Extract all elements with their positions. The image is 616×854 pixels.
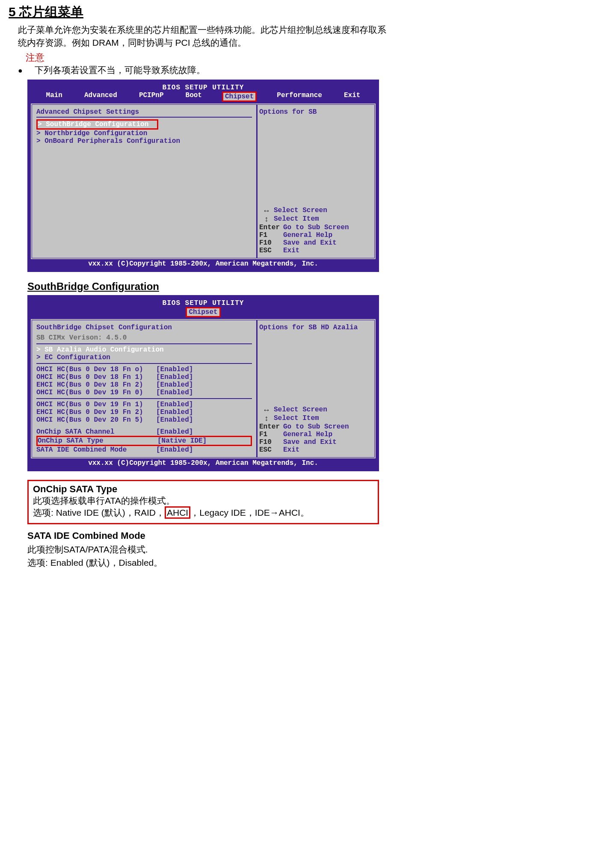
bios2-hc-5[interactable]: EHCI HC(Bus 0 Dev 19 Fn 2)[Enabled] (36, 408, 252, 416)
onchip-line2-pre: 选项: Native IDE (默认)，RAID， (33, 508, 165, 517)
bios2-tabs: Chipset (31, 307, 376, 319)
bios1-title: BIOS SETUP UTILITY (31, 83, 376, 92)
notice-label: 注意 (26, 51, 388, 64)
bios1-tab-pcipnp[interactable]: PCIPnP (137, 92, 166, 102)
combined-heading: SATA IDE Combined Mode (27, 529, 379, 543)
bios2-hc-3[interactable]: OHCI HC(Bus 0 Dev 19 Fn 0)[Enabled] (36, 389, 252, 396)
southbridge-subtitle: SouthBridge Configuration (27, 281, 388, 293)
bios2-help-3: General Help (283, 431, 332, 438)
onchip-heading: OnChip SATA Type (33, 484, 373, 495)
bios1-help-2: Go to Sub Screen (283, 224, 349, 231)
bios-screenshot-2: BIOS SETUP UTILITY Chipset SouthBridge C… (27, 295, 379, 471)
arrows-lr-icon: ↔ (259, 207, 274, 215)
bios2-item-ec[interactable]: > EC Configuration (36, 354, 252, 361)
bios1-tab-chipset[interactable]: Chipset (222, 92, 257, 102)
onchip-line2: 选项: Native IDE (默认)，RAID，AHCI，Legacy IDE… (33, 507, 373, 519)
bios1-help-block: ↔Select Screen ↕Select Item EnterGo to S… (259, 207, 373, 254)
bios1-tab-advanced[interactable]: Advanced (83, 92, 119, 102)
bios2-tab-chipset[interactable]: Chipset (186, 307, 220, 317)
bios2-hc-0[interactable]: OHCI HC(Bus 0 Dev 18 Fn o)[Enabled] (36, 366, 252, 373)
bios1-item-northbridge[interactable]: > Northbridge Configuration (36, 130, 252, 137)
bios2-help-0: Select Screen (274, 406, 327, 414)
bios2-item-azalia[interactable]: > SB Azalia Audio Configuration (36, 346, 252, 354)
bios1-left-panel: Advanced Chipset Settings > SouthBridge … (32, 104, 257, 258)
bios2-help-1: Select Item (274, 414, 319, 423)
bios2-help-4: Save and Exit (283, 438, 337, 446)
bios1-tabs: Main Advanced PCIPnP Boot Chipset Perfor… (31, 92, 376, 103)
bios1-panel-heading: Advanced Chipset Settings (36, 108, 252, 118)
arrows-ud-icon: ↕ (259, 215, 274, 224)
bios2-version-line: SB CIMx Verison: 4.5.0 (36, 334, 252, 342)
arrows-lr-icon: ↔ (259, 406, 274, 414)
bios2-left-panel: SouthBridge Chipset Configuration SB CIM… (32, 320, 257, 458)
bios2-hc-6[interactable]: OHCI HC(Bus 0 Dev 20 Fn 5)[Enabled] (36, 416, 252, 424)
bios2-hc-4[interactable]: OHCI HC(Bus 0 Dev 19 Fn 1)[Enabled] (36, 401, 252, 408)
onchip-line2-post: ，Legacy IDE，IDE→AHCI。 (190, 508, 309, 517)
notice-bullet-text: 下列各项若设置不当，可能导致系统故障。 (35, 64, 205, 76)
bios1-help-5: Exit (283, 247, 299, 254)
combined-line1: 此项控制SATA/PATA混合模式. (27, 543, 379, 556)
bios1-tab-performance[interactable]: Performance (275, 92, 324, 102)
bios1-tab-exit[interactable]: Exit (342, 92, 362, 102)
bios1-help-1: Select Item (274, 215, 319, 224)
section-title: 5 芯片组菜单 (9, 3, 388, 21)
bios1-help-key-f10: F10 (259, 239, 283, 247)
bullet-icon: ● (18, 64, 23, 77)
bios2-sata-type[interactable]: OnChip SATA Type[Native IDE] (36, 436, 252, 446)
bios1-help-key-enter: Enter (259, 224, 283, 231)
bios2-right-heading: Options for SB HD Azalia (259, 324, 373, 331)
bios2-help-5: Exit (283, 446, 299, 454)
onchip-sata-type-block: OnChip SATA Type 此项选择板载串行ATA的操作模式。 选项: N… (27, 480, 379, 524)
bios1-help-4: Save and Exit (283, 239, 337, 247)
section-paragraph: 此子菜单允许您为安装在系统里的芯片组配置一些特殊功能。此芯片组控制总线速度和存取… (18, 24, 388, 50)
bios-screenshot-1: BIOS SETUP UTILITY Main Advanced PCIPnP … (27, 80, 379, 272)
bios2-help-key-f1: F1 (259, 431, 283, 438)
bios2-footer: vxx.xx (C)Copyright 1985-200x, American … (31, 458, 376, 468)
bios2-sata-channel[interactable]: OnChip SATA Channel[Enabled] (36, 428, 252, 436)
notice-bullet-row: ● 下列各项若设置不当，可能导致系统故障。 (18, 64, 388, 77)
bios2-title: BIOS SETUP UTILITY (31, 298, 376, 307)
bios2-hc-1[interactable]: OHCI HC(Bus 0 Dev 18 Fn 1)[Enabled] (36, 373, 252, 381)
onchip-ahci-highlight: AHCI (165, 506, 190, 519)
bios1-item-southbridge[interactable]: > SouthBridge Configuration (36, 119, 158, 130)
onchip-line1: 此项选择板载串行ATA的操作模式。 (33, 495, 373, 507)
bios2-help-key-esc: ESC (259, 446, 283, 454)
bios2-right-panel: Options for SB HD Azalia ↔Select Screen … (257, 320, 375, 458)
bios2-panel-heading: SouthBridge Chipset Configuration (36, 324, 252, 332)
bios1-tab-boot[interactable]: Boot (184, 92, 204, 102)
bios2-help-block: ↔Select Screen ↕Select Item EnterGo to S… (259, 406, 373, 454)
arrows-ud-icon: ↕ (259, 414, 274, 423)
sata-combined-block: SATA IDE Combined Mode 此项控制SATA/PATA混合模式… (27, 529, 379, 570)
bios1-help-key-esc: ESC (259, 247, 283, 254)
bios2-sata-combined[interactable]: SATA IDE Combined Mode[Enabled] (36, 446, 252, 454)
bios1-help-key-f1: F1 (259, 231, 283, 239)
bios2-help-key-f10: F10 (259, 438, 283, 446)
bios1-help-3: General Help (283, 231, 332, 239)
bios2-hc-2[interactable]: EHCI HC(Bus 0 Dev 18 Fn 2)[Enabled] (36, 381, 252, 389)
bios1-tab-main[interactable]: Main (44, 92, 64, 102)
bios2-help-key-enter: Enter (259, 423, 283, 431)
bios1-right-heading: Options for SB (259, 108, 373, 116)
bios2-help-2: Go to Sub Screen (283, 423, 349, 431)
bios1-footer: vxx.xx (C)Copyright 1985-200x, American … (31, 259, 376, 269)
bios1-item-onboard[interactable]: > OnBoard Peripherals Configuration (36, 137, 252, 145)
combined-line2: 选项: Enabled (默认)，Disabled。 (27, 556, 379, 570)
bios1-help-0: Select Screen (274, 207, 327, 215)
bios1-right-panel: Options for SB ↔Select Screen ↕Select It… (257, 104, 375, 258)
